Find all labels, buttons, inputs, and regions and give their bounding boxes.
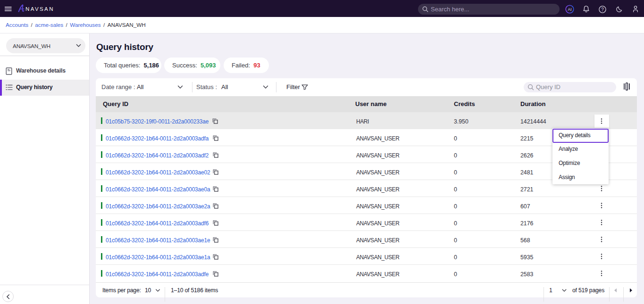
svg-text:?: ? [601,7,604,12]
svg-text:AI: AI [568,7,571,12]
